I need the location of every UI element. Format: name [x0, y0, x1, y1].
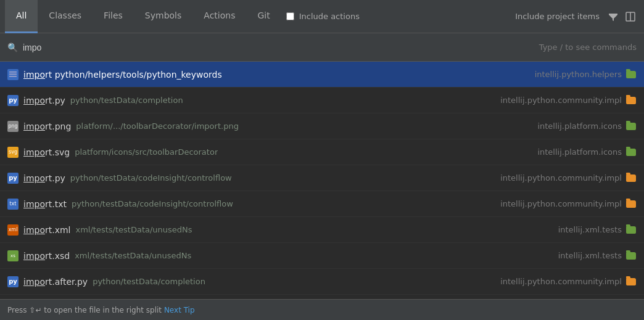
result-module: intellij.python.community.impl [490, 277, 622, 286]
folder-icon[interactable] [625, 276, 637, 287]
file-icon-png: png [7, 121, 19, 132]
result-module: intellij.python.helpers [525, 70, 622, 79]
folder-icon[interactable] [625, 69, 637, 80]
tab-bar: All Classes Files Symbols Actions Git In… [0, 0, 644, 33]
folder-icon[interactable] [625, 224, 637, 236]
svg-rect-3 [9, 73, 17, 75]
result-name: import.xsd [23, 251, 70, 261]
filter-button[interactable] [605, 8, 622, 25]
search-hint: Type / to see commands [539, 43, 637, 52]
result-name: import.after.py [23, 277, 88, 287]
result-name: import python/helpers/tools/python_keywo… [23, 70, 222, 80]
file-icon-xml: xml [7, 224, 19, 236]
result-name: import.png [23, 121, 71, 131]
file-icon-svg: svg [7, 147, 19, 158]
svg-rect-4 [9, 76, 17, 77]
folder-icon[interactable] [625, 250, 637, 261]
result-module: intellij.xml.tests [548, 251, 622, 260]
result-main: import python/helpers/tools/python_keywo… [23, 70, 525, 80]
include-actions-checkbox[interactable]: Include actions [281, 12, 515, 21]
result-name: import.svg [23, 147, 70, 157]
table-row[interactable]: py import.py python/testData/codeInsight… [0, 165, 644, 191]
result-path: platform/.../toolbarDecorator/import.png [76, 121, 239, 131]
include-actions-label: Include actions [299, 12, 360, 21]
folder-icon[interactable] [625, 121, 637, 132]
result-main: import.xml xml/tests/testData/unusedNs [23, 225, 548, 235]
tab-all[interactable]: All [5, 0, 38, 33]
tab-files-label: Files [104, 10, 123, 20]
table-row[interactable]: xml import.xml xml/tests/testData/unused… [0, 217, 644, 243]
folder-icon[interactable] [625, 147, 637, 158]
result-module: intellij.python.community.impl [490, 199, 622, 208]
status-bar: Press ⇧↵ to open the file in the right s… [0, 299, 644, 320]
include-actions-input[interactable] [286, 12, 294, 20]
result-name: import.py [23, 96, 65, 105]
file-icon-tools [7, 69, 19, 80]
table-row[interactable]: py import.py python/testData/completion … [0, 88, 644, 113]
file-icon-xsd: xs [7, 250, 19, 261]
results-list: import python/helpers/tools/python_keywo… [0, 62, 644, 299]
file-icon-py: py [7, 173, 19, 184]
result-name: import.py [23, 173, 65, 183]
tab-git-label: Git [257, 10, 270, 20]
result-main: import.py python/testData/completion [23, 96, 490, 105]
table-row[interactable]: svg import.svg platform/icons/src/toolba… [0, 139, 644, 165]
result-module: intellij.xml.tests [548, 225, 622, 234]
table-row[interactable]: png import.png platform/.../toolbarDecor… [0, 113, 644, 139]
folder-icon[interactable] [625, 199, 637, 210]
table-row[interactable]: xs import.xsd xml/tests/testData/unusedN… [0, 243, 644, 269]
include-project-label: Include project items [515, 12, 600, 21]
result-main: import.py python/testData/codeInsight/co… [23, 173, 490, 183]
tab-symbols-label: Symbols [145, 10, 181, 20]
file-icon-txt: txt [7, 199, 19, 210]
tab-git[interactable]: Git [246, 0, 281, 33]
folder-icon[interactable] [625, 95, 637, 106]
tab-actions-label: Actions [204, 10, 235, 20]
search-icon: 🔍 [7, 43, 18, 52]
table-row[interactable]: py import.after.py python/testData/compl… [0, 269, 644, 295]
result-path: python/testData/completion [93, 277, 205, 286]
result-main: import.png platform/.../toolbarDecorator… [23, 121, 527, 131]
result-module: intellij.python.community.impl [490, 173, 622, 183]
result-module: intellij.python.community.impl [490, 96, 622, 105]
result-name: import.txt [23, 199, 67, 209]
result-path: python/testData/codeInsight/controlflow [72, 199, 233, 208]
result-main: import.xsd xml/tests/testData/unusedNs [23, 251, 548, 261]
tab-actions[interactable]: Actions [192, 0, 246, 33]
result-module: intellij.platform.icons [527, 121, 622, 131]
result-main: import.svg platform/icons/src/toolbarDec… [23, 147, 527, 157]
split-button[interactable] [622, 8, 639, 25]
result-main: import.txt python/testData/codeInsight/c… [23, 199, 490, 209]
table-row[interactable]: py import.after.py python/testData/refac… [0, 295, 644, 299]
tab-files[interactable]: Files [93, 0, 134, 33]
result-path: platform/icons/src/toolbarDecorator [75, 147, 218, 157]
result-path: xml/tests/testData/unusedNs [76, 225, 192, 234]
next-tip-link[interactable]: Next Tip [164, 306, 195, 314]
result-module: intellij.platform.icons [527, 147, 622, 157]
result-path: python/testData/completion [70, 96, 183, 105]
tab-spacer: Include actions [281, 12, 515, 21]
tab-symbols[interactable]: Symbols [134, 0, 192, 33]
result-main: import.after.py python/testData/completi… [23, 277, 490, 287]
tab-classes[interactable]: Classes [38, 0, 93, 33]
file-icon-py: py [7, 95, 19, 106]
result-name: import.xml [23, 225, 71, 235]
search-bar: 🔍 Type / to see commands [0, 33, 644, 62]
folder-icon[interactable] [625, 173, 637, 184]
result-path: python/testData/codeInsight/controlflow [70, 173, 232, 183]
file-icon-py: py [7, 276, 19, 287]
table-row[interactable]: import python/helpers/tools/python_keywo… [0, 62, 644, 88]
svg-rect-2 [9, 72, 17, 73]
table-row[interactable]: txt import.txt python/testData/codeInsig… [0, 191, 644, 217]
status-tip-text: Press ⇧↵ to open the file in the right s… [7, 306, 162, 314]
tab-classes-label: Classes [49, 10, 81, 20]
result-path: xml/tests/testData/unusedNs [75, 251, 191, 260]
tab-all-label: All [16, 10, 27, 20]
search-input[interactable] [23, 43, 539, 52]
